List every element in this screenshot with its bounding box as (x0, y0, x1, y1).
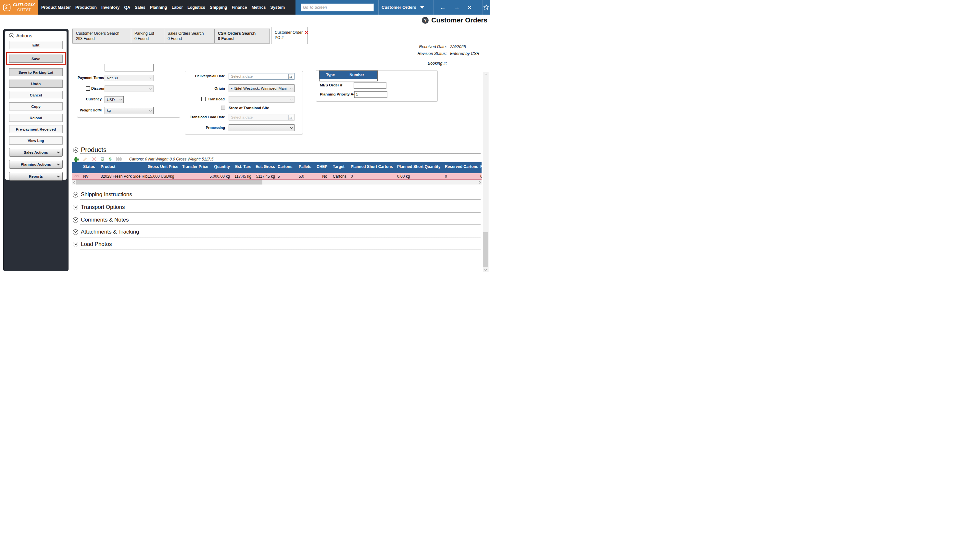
col-planned-short-quantity[interactable]: Planned Short Quantity (397, 164, 445, 169)
processing-dropdown[interactable] (229, 124, 294, 131)
currency-dropdown[interactable]: USD (105, 96, 124, 103)
menu-shipping[interactable]: Shipping (210, 5, 227, 10)
origin-dropdown[interactable]: ■ [Site] Westrock, Winnipeg, Mani (229, 85, 294, 92)
col-reserved-cartons[interactable]: Reserved Cartons (445, 164, 480, 169)
select-rows-icon[interactable] (101, 157, 104, 161)
tab-customer-orders-search[interactable]: Customer Orders Search 293 Found (72, 29, 131, 43)
edit-button[interactable]: Edit (9, 41, 63, 49)
menu-inventory[interactable]: Inventory (101, 5, 119, 10)
weight-uofm-dropdown[interactable]: kg (105, 107, 154, 114)
undo-button[interactable]: Undo (9, 80, 63, 88)
discount-checkbox[interactable] (86, 86, 90, 91)
col-cartons[interactable]: Cartons (278, 164, 299, 169)
menu-logistics[interactable]: Logistics (187, 5, 205, 10)
transload-checkbox[interactable] (201, 97, 205, 101)
save-to-parking-lot-button[interactable]: Save to Parking Lot (9, 68, 63, 77)
expand-section-icon[interactable] (73, 205, 78, 210)
col-est-tare[interactable]: Est. Tare (232, 164, 254, 169)
expand-section-icon[interactable] (73, 242, 78, 247)
planning-actions-dropdown[interactable]: Planning Actions (9, 160, 63, 169)
col-gross-unit-price[interactable]: Gross Unit Price (148, 164, 182, 169)
payment-terms-dropdown[interactable]: Net 30 (105, 75, 154, 81)
menu-qa[interactable]: QA (124, 5, 130, 10)
help-icon[interactable]: ? (422, 17, 429, 24)
actions-header[interactable]: Actions (9, 33, 63, 38)
save-button[interactable]: Save (9, 54, 63, 63)
store-at-transload-checkbox[interactable] (221, 105, 225, 110)
section-load-photos[interactable]: Load Photos (73, 241, 112, 247)
collapse-products-icon[interactable] (73, 147, 78, 153)
calendar-icon[interactable]: 15 (288, 74, 293, 79)
reports-dropdown[interactable]: Reports (9, 172, 63, 180)
col-chep[interactable]: CHEP (317, 164, 333, 169)
col-target[interactable]: Target (333, 164, 351, 169)
sales-actions-dropdown[interactable]: Sales Actions (9, 148, 63, 156)
vertical-scroll-thumb[interactable] (483, 232, 488, 267)
section-comments-notes[interactable]: Comments & Notes (73, 217, 129, 223)
expand-section-icon[interactable] (73, 192, 78, 198)
col-est-gross[interactable]: Est. Gross (254, 164, 278, 169)
menu-planning[interactable]: Planning (150, 5, 167, 10)
menu-labor[interactable]: Labor (172, 5, 183, 10)
planning-priority-input[interactable] (354, 91, 387, 98)
clipped-order-field[interactable] (105, 64, 154, 72)
col-product[interactable]: Product (101, 164, 148, 169)
collapse-actions-icon[interactable] (9, 33, 14, 38)
forward-arrow-icon[interactable]: → (453, 4, 460, 10)
po-grid-header: Type Number (320, 71, 377, 79)
revision-status-value: Entered by CSR (450, 51, 480, 56)
copy-button[interactable]: Copy (9, 102, 63, 110)
transload-dropdown[interactable] (229, 96, 294, 103)
delivery-sail-date-input[interactable]: Select a date 15 (229, 73, 294, 80)
view-log-button[interactable]: View Log (9, 136, 63, 145)
menu-sales[interactable]: Sales (135, 5, 145, 10)
col-reserved-quantity[interactable]: Reserved Quantity (480, 164, 482, 169)
screen-selector[interactable]: Customer Orders (379, 0, 429, 14)
cancel-button[interactable]: Cancel (9, 91, 63, 99)
section-transport-options[interactable]: Transport Options (73, 204, 125, 211)
col-transfer-price[interactable]: Transfer Price (182, 164, 208, 169)
prepayment-received-button[interactable]: Pre-payment Received (9, 125, 63, 133)
col-pallets[interactable]: Pallets (299, 164, 317, 169)
price-dollar-icon[interactable]: $ (109, 157, 111, 161)
back-arrow-icon[interactable]: ← (440, 4, 446, 10)
discount-dropdown[interactable] (105, 85, 154, 92)
products-table-header: Status Product Gross Unit Price Transfer… (72, 162, 482, 173)
page-vertical-scrollbar[interactable] (483, 72, 488, 272)
expand-section-icon[interactable] (73, 217, 78, 223)
add-product-icon[interactable] (74, 157, 78, 161)
horizontal-scroll-thumb[interactable] (76, 180, 262, 185)
reload-button[interactable]: Reload (9, 114, 63, 122)
col-quantity[interactable]: Quantity (208, 164, 232, 169)
barcode-icon[interactable] (116, 157, 122, 161)
mes-order-input[interactable] (354, 82, 387, 89)
scroll-down-button[interactable] (483, 267, 488, 272)
tab-parking-lot[interactable]: Parking Lot 0 Found (131, 29, 164, 43)
delete-product-icon[interactable] (92, 157, 96, 161)
menu-system[interactable]: System (270, 5, 285, 10)
section-shipping-instructions[interactable]: Shipping Instructions (73, 192, 132, 198)
scroll-left-button[interactable] (72, 180, 76, 185)
products-horizontal-scrollbar[interactable] (72, 180, 482, 185)
favorite-button[interactable] (483, 0, 490, 14)
mes-order-label: MES Order # (320, 83, 342, 87)
tab-csr-orders-search[interactable]: CSR Orders Search 0 Found (214, 29, 270, 43)
transload-load-date-input[interactable]: Select a date 15 (229, 114, 294, 121)
tab-customer-order[interactable]: Customer Order PO # (271, 27, 307, 44)
col-status[interactable]: Status (83, 164, 101, 169)
goto-screen-input[interactable] (301, 3, 374, 11)
scroll-up-button[interactable] (483, 72, 488, 77)
expand-section-icon[interactable] (73, 229, 78, 235)
menu-finance[interactable]: Finance (232, 5, 247, 10)
product-row[interactable]: NV 32028 Fresh Pork Side Ribs 15.000 USD… (72, 173, 482, 180)
payment-terms-label: Payment Terms (78, 76, 102, 80)
section-attachments-tracking[interactable]: Attachments & Tracking (73, 229, 139, 235)
menu-metrics[interactable]: Metrics (251, 5, 266, 10)
edit-pencil-icon[interactable] (83, 157, 88, 161)
close-screen-icon[interactable] (468, 5, 472, 10)
tab-sales-orders-search[interactable]: Sales Orders Search 0 Found (164, 29, 215, 43)
col-planned-short-cartons[interactable]: Planned Short Cartons (351, 164, 397, 169)
scroll-right-button[interactable] (477, 180, 482, 185)
menu-production[interactable]: Production (75, 5, 97, 10)
menu-product-master[interactable]: Product Master (41, 5, 71, 10)
